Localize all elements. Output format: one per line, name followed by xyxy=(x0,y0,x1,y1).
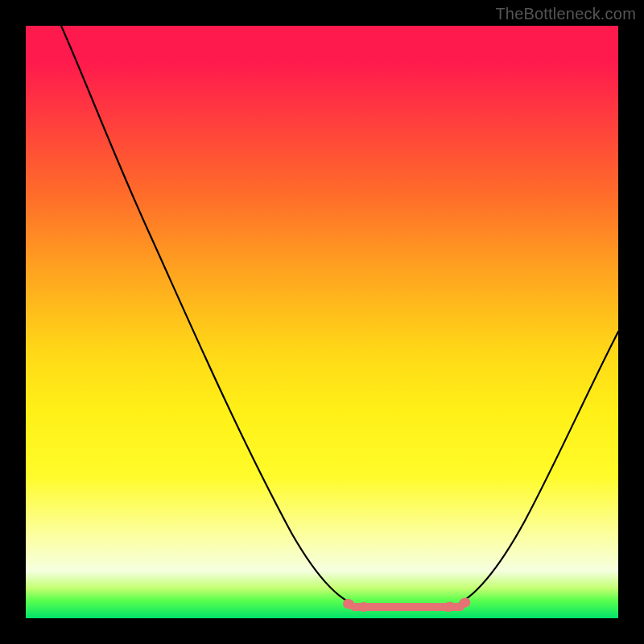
curve-layer xyxy=(26,26,618,618)
left-curve xyxy=(61,26,364,607)
plot-area xyxy=(26,26,618,618)
chart-stage: TheBottleneck.com xyxy=(0,0,644,644)
watermark-text: TheBottleneck.com xyxy=(495,5,636,23)
right-curve xyxy=(452,332,618,607)
